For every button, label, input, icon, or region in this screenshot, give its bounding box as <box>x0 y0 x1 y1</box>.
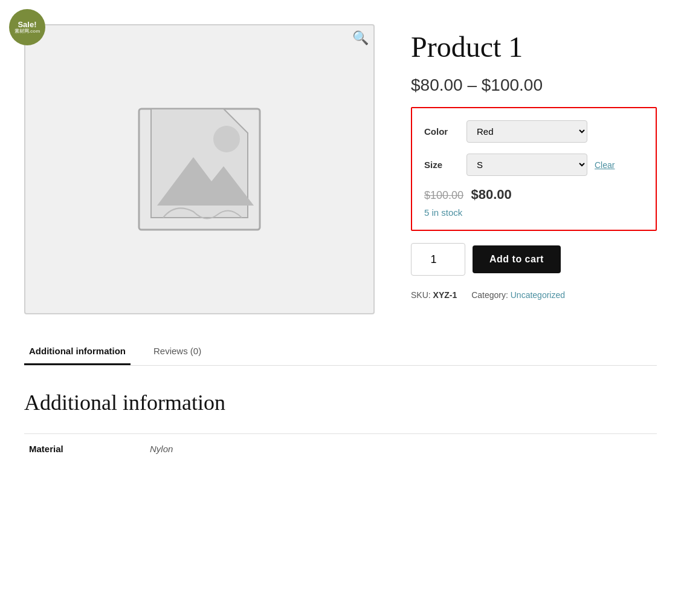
color-select[interactable]: Red Blue Green <box>466 120 587 143</box>
material-value: Nylon <box>145 434 657 464</box>
category-row: Category: Uncategorized <box>471 290 565 300</box>
tab-additional-information[interactable]: Additional information <box>24 339 131 365</box>
add-to-cart-button[interactable]: Add to cart <box>473 245 561 273</box>
category-label: Category: <box>471 290 508 300</box>
additional-info-title: Additional information <box>24 390 657 415</box>
sale-price: $80.00 <box>471 187 512 202</box>
stock-info: 5 in stock <box>424 207 644 218</box>
variation-box: Color Red Blue Green Size S M L XL <box>411 107 657 231</box>
tabs-row: Additional information Reviews (0) <box>24 339 657 365</box>
product-image-placeholder <box>24 24 375 314</box>
page-wrapper: Sale! 素材网.com 🔍 <box>0 0 681 616</box>
quantity-input[interactable] <box>411 243 465 276</box>
material-label: Material <box>24 434 145 464</box>
svg-point-2 <box>213 126 240 152</box>
additional-info-section: Additional information Material Nylon <box>24 390 657 464</box>
sale-badge-watermark: 素材网.com <box>15 28 40 34</box>
tabs-section: Additional information Reviews (0) <box>24 339 657 366</box>
price-row: $100.00 $80.00 <box>424 187 644 203</box>
sale-badge: Sale! 素材网.com <box>9 9 45 45</box>
table-row: Material Nylon <box>24 434 657 464</box>
tab-reviews[interactable]: Reviews (0) <box>149 339 206 365</box>
size-select[interactable]: S M L XL <box>466 154 587 176</box>
size-label: Size <box>424 160 466 170</box>
product-info-col: Product 1 $80.00 – $100.00 Color Red Blu… <box>411 24 657 300</box>
product-image-col: 🔍 <box>24 24 375 314</box>
sku-row: SKU: XYZ-1 <box>411 290 459 300</box>
info-table: Material Nylon <box>24 433 657 464</box>
original-price: $100.00 <box>424 189 463 201</box>
product-price-range: $80.00 – $100.00 <box>411 76 657 95</box>
product-title: Product 1 <box>411 30 657 63</box>
cart-row: Add to cart <box>411 243 657 276</box>
sku-value: XYZ-1 <box>433 290 457 300</box>
product-layout: 🔍 Product 1 $80.00 <box>24 12 657 314</box>
color-label: Color <box>424 126 466 137</box>
clear-link[interactable]: Clear <box>595 160 615 170</box>
category-value[interactable]: Uncategorized <box>511 290 565 300</box>
sale-badge-text: Sale! <box>18 21 36 28</box>
placeholder-svg <box>127 97 272 242</box>
search-icon[interactable]: 🔍 <box>352 30 369 46</box>
sku-label: SKU: <box>411 290 431 300</box>
size-variation-row: Size S M L XL Clear <box>424 154 644 176</box>
product-meta: SKU: XYZ-1 Category: Uncategorized <box>411 290 657 300</box>
color-variation-row: Color Red Blue Green <box>424 120 644 143</box>
